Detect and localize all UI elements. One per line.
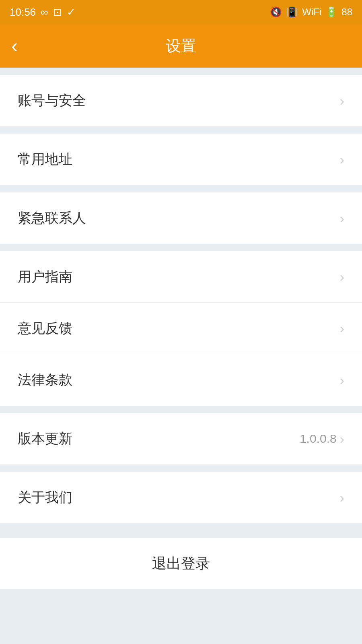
- menu-label-version-update: 版本更新: [18, 429, 72, 448]
- section-divider-top: [0, 68, 362, 75]
- status-right: 🔇 📳 WiFi 🔋 88: [270, 6, 352, 18]
- status-bar: 10:56 ∞ ⊡ ✓ 🔇 📳 WiFi 🔋 88: [0, 0, 362, 24]
- wifi-icon: WiFi: [302, 6, 321, 18]
- chevron-icon-about-us: ›: [340, 490, 344, 506]
- menu-group-3: 紧急联系人 ›: [0, 192, 362, 244]
- battery-level: 88: [341, 6, 352, 18]
- page-title: 设置: [166, 36, 196, 56]
- menu-item-about-us[interactable]: 关于我们 ›: [0, 472, 362, 523]
- image-icon: ⊡: [53, 6, 62, 19]
- menu-label-common-address: 常用地址: [18, 150, 72, 169]
- menu-item-user-guide[interactable]: 用户指南 ›: [0, 251, 362, 303]
- chevron-icon-feedback: ›: [340, 320, 344, 336]
- section-divider-5: [0, 464, 362, 472]
- menu-item-feedback[interactable]: 意见反馈 ›: [0, 303, 362, 354]
- menu-group-5: 版本更新 1.0.0.8 ›: [0, 413, 362, 464]
- section-divider-1: [0, 126, 362, 134]
- menu-group-1: 账号与安全 ›: [0, 75, 362, 126]
- loop-icon: ∞: [41, 6, 48, 19]
- menu-label-feedback: 意见反馈: [18, 319, 72, 338]
- menu-item-common-address[interactable]: 常用地址 ›: [0, 134, 362, 185]
- chevron-icon-account-security: ›: [340, 93, 344, 109]
- status-time: 10:56: [10, 6, 36, 19]
- chevron-icon-user-guide: ›: [340, 269, 344, 285]
- section-divider-3: [0, 244, 362, 251]
- section-divider-4: [0, 406, 362, 413]
- vibrate-icon: 📳: [286, 6, 298, 18]
- chevron-icon-common-address: ›: [340, 152, 344, 167]
- version-number: 1.0.0.8: [300, 432, 337, 446]
- back-button[interactable]: ‹: [11, 36, 18, 56]
- logout-button[interactable]: 退出登录: [0, 538, 362, 589]
- check-icon: ✓: [67, 6, 76, 19]
- chevron-icon-emergency-contact: ›: [340, 211, 344, 226]
- menu-item-account-security[interactable]: 账号与安全 ›: [0, 75, 362, 126]
- menu-item-legal-terms[interactable]: 法律条款 ›: [0, 354, 362, 406]
- chevron-icon-legal-terms: ›: [340, 372, 344, 388]
- nav-bar: ‹ 设置: [0, 24, 362, 68]
- menu-label-user-guide: 用户指南: [18, 268, 72, 286]
- chevron-icon-version-update: ›: [340, 431, 344, 447]
- bottom-area: [0, 589, 362, 644]
- menu-item-version-update[interactable]: 版本更新 1.0.0.8 ›: [0, 413, 362, 464]
- menu-label-account-security: 账号与安全: [18, 91, 86, 110]
- menu-group-2: 常用地址 ›: [0, 134, 362, 185]
- menu-group-6: 关于我们 ›: [0, 472, 362, 523]
- menu-label-legal-terms: 法律条款: [18, 371, 72, 389]
- section-divider-2: [0, 185, 362, 192]
- menu-label-about-us: 关于我们: [18, 488, 72, 507]
- battery-icon: 🔋: [325, 6, 337, 18]
- menu-group-4: 用户指南 › 意见反馈 › 法律条款 ›: [0, 251, 362, 406]
- status-left: 10:56 ∞ ⊡ ✓: [10, 6, 76, 19]
- menu-label-emergency-contact: 紧急联系人: [18, 209, 86, 227]
- logout-label: 退出登录: [152, 554, 210, 574]
- logout-divider: [0, 523, 362, 538]
- menu-item-emergency-contact[interactable]: 紧急联系人 ›: [0, 192, 362, 244]
- mute-icon: 🔇: [270, 6, 282, 18]
